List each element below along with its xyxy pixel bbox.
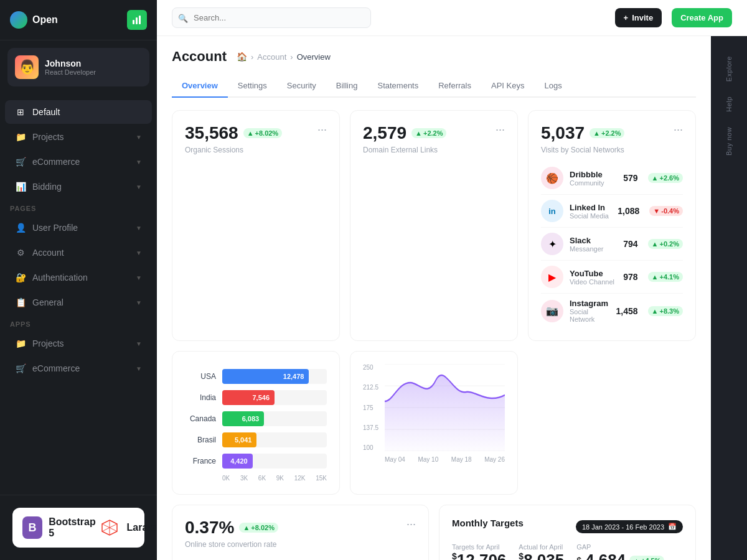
social-item-slack: ✦ Slack Messanger 794 ▲+0.2% xyxy=(541,228,683,261)
bar-fill: 5,041 xyxy=(222,432,256,447)
bar-track: 7,546 xyxy=(222,390,327,405)
sidebar-item-label: General xyxy=(32,297,129,307)
targets-title: Monthly Targets xyxy=(452,518,524,528)
invite-button[interactable]: + Invite xyxy=(615,8,662,27)
bar-chart-card: USA 12,478 India 7,546 Canad xyxy=(172,351,340,495)
tab-referrals[interactable]: Referrals xyxy=(428,75,481,98)
social-count: 579 xyxy=(623,173,637,183)
breadcrumb-separator: › xyxy=(290,52,293,62)
gap-section: GAP $ 4,684 ▲+4.5% xyxy=(576,543,664,560)
stat-value: 2,579 ▲ +2.2% xyxy=(363,123,446,143)
sidebar-item-ecommerce-app[interactable]: 🛒 eCommerce ▼ xyxy=(5,357,152,380)
logo-icon xyxy=(10,11,27,29)
slack-icon: ✦ xyxy=(541,233,563,255)
promo-card: B Bootstrap 5 Laravel xyxy=(12,508,144,548)
bootstrap-promo: B Bootstrap 5 xyxy=(22,516,98,539)
breadcrumb-link-account[interactable]: Account xyxy=(257,52,286,62)
chevron-down-icon: ▼ xyxy=(136,225,142,231)
tab-statements[interactable]: Statements xyxy=(367,75,428,98)
main-content: 🔍 + Invite Create App Account 🏠 › Accoun… xyxy=(157,0,747,560)
sidebar-item-bidding[interactable]: 📊 Bidding ▼ xyxy=(5,175,152,198)
chevron-down-icon: ▼ xyxy=(136,274,142,281)
sidebar-item-projects-app[interactable]: 📁 Projects ▼ xyxy=(5,332,152,355)
tab-overview[interactable]: Overview xyxy=(172,75,228,98)
tab-billing[interactable]: Billing xyxy=(326,75,368,98)
conversion-card: 0.37% ▲+8.02% Online store convertion ra… xyxy=(172,505,429,560)
sidebar-item-label: User Profile xyxy=(32,223,129,233)
sidebar-item-authentication[interactable]: 🔐 Authentication ▼ xyxy=(5,266,152,289)
social-name: Instagram xyxy=(570,299,610,308)
folder-icon: 📁 xyxy=(15,338,26,349)
social-item-youtube: ▶ YouTube Video Channel 978 ▲+4.1% xyxy=(541,261,683,294)
monthly-targets-card: Monthly Targets 18 Jan 2023 - 16 Feb 202… xyxy=(439,505,696,560)
chevron-down-icon: ▼ xyxy=(136,134,142,141)
stat-card-domain: 2,579 ▲ +2.2% Domain External Links ··· xyxy=(350,110,518,341)
sidebar-logo[interactable]: Open xyxy=(10,11,58,29)
social-network-list: 🏀 Dribbble Community 579 ▲+2.6% in Lin xyxy=(541,162,683,328)
svg-rect-1 xyxy=(136,17,138,24)
explore-button[interactable]: Explore xyxy=(725,49,733,89)
stat-badge: ▲ +2.2% xyxy=(590,128,624,138)
more-icon[interactable]: ··· xyxy=(317,123,327,136)
sidebar-item-default[interactable]: ⊞ Default xyxy=(5,100,152,124)
instagram-icon: 📷 xyxy=(541,300,563,322)
social-name: Dribbble xyxy=(570,170,617,179)
sidebar: Open 👨 Johnson React Developer ⊞ Default… xyxy=(0,0,157,560)
arrow-up-icon: ▲ xyxy=(247,129,254,137)
line-chart-card: 250 212.5 175 137.5 100 xyxy=(350,351,518,495)
stat-badge: ▲+8.3% xyxy=(648,306,683,316)
sidebar-item-projects[interactable]: 📁 Projects ▼ xyxy=(5,125,152,149)
user-icon: 👤 xyxy=(15,222,26,233)
chart-icon-button[interactable] xyxy=(127,10,147,30)
user-profile-card[interactable]: 👨 Johnson React Developer xyxy=(7,48,149,86)
line-chart-svg xyxy=(385,364,505,451)
targets-for-april: Targets for April $12,706 xyxy=(452,543,506,560)
more-icon[interactable]: ··· xyxy=(674,123,683,136)
social-info: Linked In Social Media xyxy=(570,203,611,220)
social-info: Instagram Social Network xyxy=(570,299,610,323)
more-icon[interactable]: ··· xyxy=(496,123,505,136)
home-icon[interactable]: 🏠 xyxy=(237,52,247,62)
buy-now-button[interactable]: Buy now xyxy=(725,119,733,163)
tab-api-keys[interactable]: API Keys xyxy=(481,75,534,98)
search-input[interactable] xyxy=(172,7,371,28)
search-icon: 🔍 xyxy=(178,13,188,22)
bar-row-brasil: Brasil 5,041 xyxy=(185,432,327,447)
breadcrumb-separator: › xyxy=(251,52,253,62)
page-scroll-area: Account 🏠 › Account › Overview Overview … xyxy=(157,36,711,560)
folder-icon: 📁 xyxy=(15,131,26,142)
bootstrap-label: Bootstrap 5 xyxy=(49,516,98,539)
targets-label: Targets for April xyxy=(452,543,506,551)
svg-rect-0 xyxy=(133,20,134,24)
stat-badge: ▲+4.5% xyxy=(629,556,664,561)
bar-label: Brasil xyxy=(185,436,216,444)
social-item-linkedin: in Linked In Social Media 1,088 ▼-0.4% xyxy=(541,195,683,228)
social-type: Messanger xyxy=(570,245,617,253)
line-chart-wrapper: 250 212.5 175 137.5 100 xyxy=(363,364,505,463)
targets-amounts: Targets for April $12,706 Actual for Apr… xyxy=(452,543,683,560)
dollar-sign: $ xyxy=(519,551,524,560)
y-axis-labels: 250 212.5 175 137.5 100 xyxy=(363,364,378,451)
social-count: 978 xyxy=(623,272,637,282)
more-icon[interactable]: ··· xyxy=(406,518,416,531)
sidebar-item-ecommerce[interactable]: 🛒 eCommerce ▼ xyxy=(5,150,152,174)
sidebar-item-account[interactable]: ⚙ Account ▼ xyxy=(5,241,152,264)
help-button[interactable]: Help xyxy=(725,89,733,119)
sidebar-navigation: ⊞ Default 📁 Projects ▼ 🛒 eCommerce ▼ 📊 B… xyxy=(0,94,157,495)
user-name: Johnson xyxy=(45,58,96,68)
sidebar-item-label: Account xyxy=(32,248,129,258)
bar-track: 12,478 xyxy=(222,369,327,384)
actual-amount-value: $8,035 xyxy=(519,551,564,560)
sidebar-item-label: Default xyxy=(32,107,142,117)
sidebar-item-user-profile[interactable]: 👤 User Profile ▼ xyxy=(5,216,152,240)
youtube-icon: ▶ xyxy=(541,266,563,288)
tab-settings[interactable]: Settings xyxy=(228,75,277,98)
sidebar-item-general[interactable]: 📋 General ▼ xyxy=(5,291,152,314)
page-title: Account xyxy=(172,49,227,65)
tab-logs[interactable]: Logs xyxy=(534,75,571,98)
stat-badge: ▲ +2.2% xyxy=(411,128,446,138)
cart-icon: 🛒 xyxy=(15,363,26,374)
create-app-button[interactable]: Create App xyxy=(672,8,732,27)
tab-security[interactable]: Security xyxy=(277,75,326,98)
bar-fill: 7,546 xyxy=(222,390,275,405)
